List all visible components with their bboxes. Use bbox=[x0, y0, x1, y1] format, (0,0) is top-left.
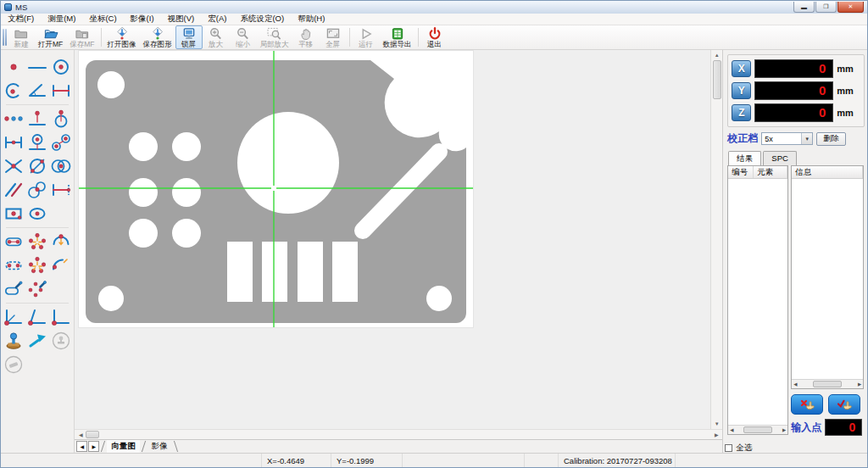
tool-ellipse[interactable] bbox=[25, 203, 48, 224]
scroll-thumb[interactable] bbox=[813, 381, 842, 387]
toolbar-graphic-save-button[interactable]: 保存图形 bbox=[140, 25, 175, 49]
title-bar: MS ▬ ❐ ✕ bbox=[1, 1, 867, 14]
calibration-delete-button[interactable]: 删除 bbox=[816, 132, 846, 146]
tab-vector-view[interactable]: 向量图 bbox=[107, 440, 140, 453]
reject-point-button[interactable] bbox=[791, 394, 823, 415]
tool-circle[interactable] bbox=[49, 56, 72, 77]
axis-unit-label: mm bbox=[837, 108, 854, 118]
tool-arc[interactable] bbox=[2, 80, 25, 101]
tool-axes-plain[interactable] bbox=[49, 306, 72, 327]
close-button[interactable]: ✕ bbox=[837, 2, 864, 13]
menu-coordinate[interactable]: 坐标(C) bbox=[82, 14, 123, 25]
tool-slot[interactable] bbox=[2, 231, 25, 252]
info-list-scrollbar[interactable]: ◀ ▶ bbox=[792, 379, 863, 388]
tab-spc[interactable]: SPC bbox=[763, 151, 797, 165]
elements-list[interactable]: 编号 元素 ◀ ▶ bbox=[727, 165, 788, 435]
menu-measure[interactable]: 测量(M) bbox=[41, 14, 82, 25]
tool-axes-rotate[interactable] bbox=[25, 306, 48, 327]
tool-point[interactable] bbox=[2, 56, 25, 77]
tool-span-distance[interactable] bbox=[49, 179, 72, 200]
tool-slot-edit[interactable] bbox=[2, 278, 25, 299]
tab-results[interactable]: 结果 bbox=[728, 151, 761, 165]
calibration-profile-value: 5x bbox=[765, 135, 773, 143]
tab-image-view[interactable]: 影像 bbox=[147, 440, 172, 453]
move-arrow-icon bbox=[26, 331, 48, 351]
tool-circle-line-distance[interactable] bbox=[25, 131, 48, 153]
tool-arc-probe[interactable] bbox=[49, 231, 72, 252]
tool-point-line-distance[interactable] bbox=[25, 108, 48, 129]
tool-angle[interactable] bbox=[25, 80, 48, 101]
menu-system-settings[interactable]: 系统设定(O) bbox=[233, 14, 291, 25]
select-all-checkbox[interactable] bbox=[725, 444, 732, 452]
axis-z-button[interactable]: Z bbox=[732, 104, 751, 121]
scroll-left-icon[interactable]: ◀ bbox=[793, 382, 797, 387]
canvas-vertical-scrollbar[interactable]: ▲ ▼ bbox=[710, 50, 722, 429]
canvas-horizontal-scrollbar[interactable]: ◀ ▶ bbox=[75, 429, 722, 439]
menu-file[interactable]: 文档(F) bbox=[1, 14, 41, 25]
two-circles-icon bbox=[50, 156, 72, 176]
tool-scatter-in[interactable] bbox=[25, 231, 48, 252]
minimize-button[interactable]: ▬ bbox=[793, 2, 815, 13]
tool-intersection[interactable] bbox=[2, 155, 25, 176]
toolbar-lock-screen-button[interactable]: 锁屏 bbox=[175, 25, 203, 49]
toolbar-button-label: 保存MF bbox=[70, 41, 94, 48]
toolbar-folder-open-button[interactable]: 打开MF bbox=[35, 25, 66, 49]
tool-scatter-edit[interactable] bbox=[25, 278, 48, 299]
tool-tangent-circles[interactable] bbox=[25, 179, 48, 200]
elements-list-scrollbar[interactable]: ◀ ▶ bbox=[728, 425, 787, 434]
scroll-right-icon[interactable]: ▶ bbox=[858, 382, 861, 387]
calibration-profile-select[interactable]: 5x ▼ bbox=[761, 132, 813, 145]
scroll-left-icon[interactable]: ◀ bbox=[730, 427, 733, 432]
tool-line-distance[interactable] bbox=[2, 131, 25, 153]
tool-group bbox=[1, 303, 74, 378]
tool-point-circle-distance[interactable] bbox=[49, 108, 72, 129]
toolbar-run-play-button: 运行 bbox=[353, 25, 380, 49]
horizontal-scroll-thumb[interactable] bbox=[86, 431, 99, 438]
status-empty-1 bbox=[403, 454, 525, 467]
tab-scroll-left[interactable]: ◀ bbox=[76, 441, 87, 452]
axis-x-button[interactable]: X bbox=[732, 60, 751, 77]
menu-macro[interactable]: 宏(A) bbox=[201, 14, 233, 25]
vertical-scroll-thumb[interactable] bbox=[713, 60, 721, 99]
menu-help[interactable]: 帮助(H) bbox=[291, 14, 331, 25]
tool-slot-dashed[interactable] bbox=[2, 254, 25, 276]
scroll-left-icon[interactable]: ◀ bbox=[75, 432, 86, 437]
axis-y-button[interactable]: Y bbox=[732, 82, 751, 99]
main-body: ▲ ▼ ◀ ▶ ◀ ▶ 向量图影像 X 0 mm Y 0 mm Z 0 mm 校 bbox=[1, 50, 867, 453]
tool-move-arrow[interactable] bbox=[25, 330, 48, 351]
accept-point-button[interactable] bbox=[828, 394, 860, 415]
tool-parallel-lines[interactable] bbox=[2, 179, 25, 200]
tool-circle-circle-distance[interactable] bbox=[49, 131, 72, 153]
tab-scroll-right[interactable]: ▶ bbox=[88, 441, 99, 452]
tool-diameter[interactable] bbox=[25, 155, 48, 176]
toolbar-button-label: 运行 bbox=[359, 41, 373, 48]
toolbar-exit-power-button[interactable]: 退出 bbox=[421, 25, 448, 49]
info-list-body[interactable] bbox=[792, 179, 863, 379]
scatter-in-icon bbox=[26, 231, 48, 252]
toolbar-data-export-button[interactable]: 数据导出 bbox=[380, 25, 415, 49]
status-y-coordinate: Y=-0.1999 bbox=[331, 454, 403, 467]
menu-image[interactable]: 影像(I) bbox=[124, 14, 161, 25]
scroll-right-icon[interactable]: ▶ bbox=[711, 432, 721, 437]
scroll-right-icon[interactable]: ▶ bbox=[782, 427, 786, 432]
tool-distance[interactable] bbox=[49, 80, 72, 101]
tool-stamp[interactable] bbox=[2, 330, 25, 351]
tool-line[interactable] bbox=[25, 56, 48, 77]
tool-arc-segment[interactable] bbox=[49, 254, 72, 276]
tool-scatter-out[interactable] bbox=[25, 254, 48, 276]
tool-two-circles[interactable] bbox=[49, 155, 72, 176]
camera-image[interactable] bbox=[79, 51, 473, 327]
measurement-canvas[interactable] bbox=[75, 50, 710, 429]
scroll-thumb[interactable] bbox=[743, 426, 772, 433]
tool-multi-point[interactable] bbox=[2, 108, 25, 129]
multi-point-icon bbox=[3, 109, 25, 129]
tool-axes-origin[interactable] bbox=[2, 306, 25, 327]
elements-list-body[interactable] bbox=[728, 179, 787, 425]
scroll-up-icon[interactable]: ▲ bbox=[711, 50, 722, 60]
info-list[interactable]: 信息 ◀ ▶ bbox=[791, 165, 864, 389]
toolbar-image-open-button[interactable]: 打开图像 bbox=[104, 25, 140, 49]
tool-rectangle[interactable] bbox=[2, 203, 25, 224]
restore-button[interactable]: ❐ bbox=[815, 2, 837, 13]
menu-view[interactable]: 视图(V) bbox=[161, 14, 202, 25]
scroll-down-icon[interactable]: ▼ bbox=[711, 419, 722, 429]
